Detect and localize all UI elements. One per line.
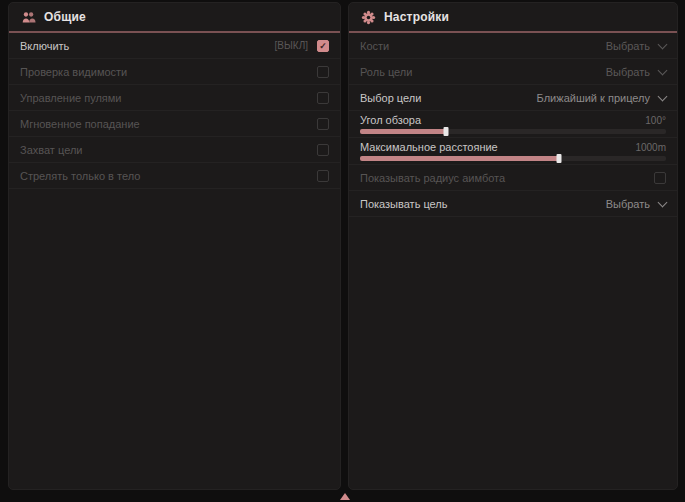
panel-general-header: Общие xyxy=(9,3,340,33)
toggle-label: Стрелять только в тело xyxy=(20,170,317,182)
max-distance-slider[interactable] xyxy=(360,156,666,161)
check-icon: ✓ xyxy=(319,41,327,51)
panel-general: Общие Включить [ВЫКЛ] ✓ Проверка видимос… xyxy=(8,2,341,490)
checkbox[interactable] xyxy=(654,172,666,184)
panel-title: Настройки xyxy=(384,10,449,24)
panel-settings-header: Настройки xyxy=(349,3,677,33)
select-label: Показывать цель xyxy=(360,198,606,210)
toggle-row-visibility-check[interactable]: Проверка видимости xyxy=(9,59,340,85)
checkbox[interactable] xyxy=(317,118,329,130)
checkbox[interactable] xyxy=(317,170,329,182)
select-label: Кости xyxy=(360,40,606,52)
users-icon xyxy=(21,10,36,25)
toggle-row-bullet-control[interactable]: Управление пулями xyxy=(9,85,340,111)
checkbox[interactable]: ✓ xyxy=(317,40,329,52)
target-selection-dropdown[interactable]: Ближайший к прицелу xyxy=(537,92,666,104)
toggle-label: Управление пулями xyxy=(20,92,317,104)
toggle-label: Включить xyxy=(20,40,275,52)
checkbox[interactable] xyxy=(317,144,329,156)
slider-label: Максимальное расстояние xyxy=(360,141,635,153)
checkbox[interactable] xyxy=(317,66,329,78)
select-row-show-target: Показывать цель Выбрать xyxy=(349,191,677,217)
bones-dropdown[interactable]: Выбрать xyxy=(606,40,666,52)
scroll-up-triangle-icon[interactable] xyxy=(340,493,350,500)
fov-slider[interactable] xyxy=(360,129,666,134)
chevron-down-icon xyxy=(658,91,668,101)
slider-row-max-distance: Максимальное расстояние 1000m xyxy=(349,138,677,165)
panel-settings: Настройки Кости Выбрать Роль цели Выбрат… xyxy=(348,2,678,490)
toggle-row-show-aimbot-radius[interactable]: Показывать радиус аимбота xyxy=(349,165,677,191)
slider-label: Угол обзора xyxy=(360,114,645,126)
dropdown-value: Выбрать xyxy=(606,40,650,52)
checkbox[interactable] xyxy=(317,92,329,104)
slider-fill xyxy=(360,129,446,134)
select-label: Роль цели xyxy=(360,66,606,78)
toggle-row-instant-hit[interactable]: Мгновенное попадание xyxy=(9,111,340,137)
toggle-label: Показывать радиус аимбота xyxy=(360,172,654,184)
dropdown-value: Выбрать xyxy=(606,66,650,78)
select-row-target-selection: Выбор цели Ближайший к прицелу xyxy=(349,85,677,111)
chevron-down-icon xyxy=(658,65,668,75)
panel-title: Общие xyxy=(44,10,86,24)
select-row-target-role: Роль цели Выбрать xyxy=(349,59,677,85)
toggle-row-enable[interactable]: Включить [ВЫКЛ] ✓ xyxy=(9,33,340,59)
toggle-label: Мгновенное попадание xyxy=(20,118,317,130)
select-row-bones: Кости Выбрать xyxy=(349,33,677,59)
slider-handle[interactable] xyxy=(443,127,448,136)
dropdown-value: Выбрать xyxy=(606,198,650,210)
toggle-label: Проверка видимости xyxy=(20,66,317,78)
toggle-label: Захват цели xyxy=(20,144,317,156)
slider-row-fov: Угол обзора 100° xyxy=(349,111,677,138)
gear-icon xyxy=(361,10,376,25)
show-target-dropdown[interactable]: Выбрать xyxy=(606,198,666,210)
slider-value: 100° xyxy=(645,115,666,126)
toggle-row-target-lock[interactable]: Захват цели xyxy=(9,137,340,163)
toggle-state-text: [ВЫКЛ] xyxy=(275,40,308,51)
select-label: Выбор цели xyxy=(360,92,537,104)
dropdown-value: Ближайший к прицелу xyxy=(537,92,650,104)
slider-fill xyxy=(360,156,559,161)
target-role-dropdown[interactable]: Выбрать xyxy=(606,66,666,78)
chevron-down-icon xyxy=(658,39,668,49)
chevron-down-icon xyxy=(658,197,668,207)
toggle-row-body-only[interactable]: Стрелять только в тело xyxy=(9,163,340,189)
slider-value: 1000m xyxy=(635,142,666,153)
slider-handle[interactable] xyxy=(556,154,561,163)
